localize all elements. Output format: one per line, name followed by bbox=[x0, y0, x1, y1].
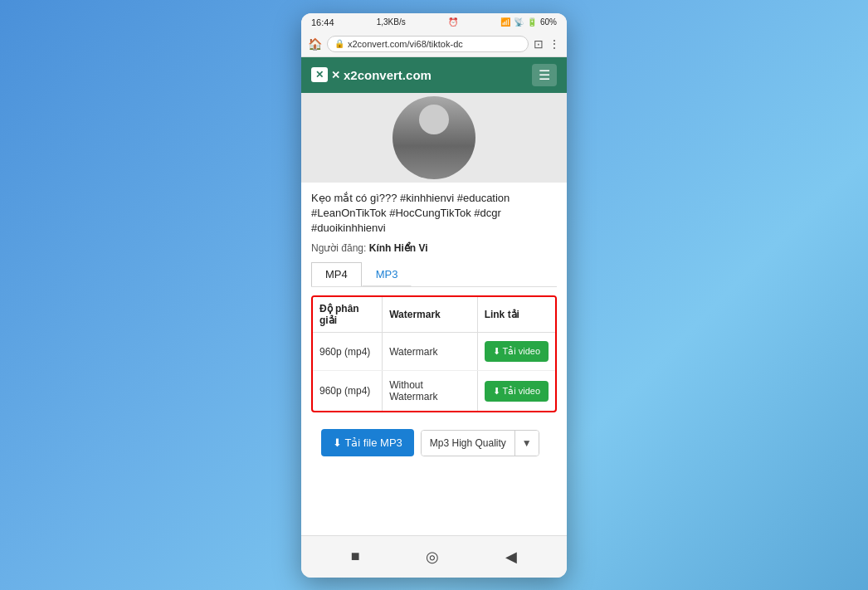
video-thumbnail-area bbox=[301, 93, 567, 183]
row1-resolution: 960p (mp4) bbox=[313, 333, 383, 371]
home-icon[interactable]: 🏠 bbox=[308, 37, 322, 51]
stop-button[interactable]: ■ bbox=[348, 544, 363, 568]
uploader-name: Kính Hiển Vi bbox=[369, 242, 428, 254]
status-time: 16:44 bbox=[311, 17, 334, 27]
download-table-wrapper: Độ phân giải Watermark Link tải 960p (mp… bbox=[311, 295, 557, 412]
table-row: 960p (mp4) Watermark ⬇ Tải video bbox=[313, 333, 555, 371]
battery-label: 60% bbox=[540, 17, 557, 27]
status-network-speed: 1,3KB/s bbox=[377, 17, 406, 27]
menu-icon[interactable]: ⋮ bbox=[549, 37, 560, 51]
phone-frame: 16:44 1,3KB/s ⏰ 📶 📡 🔋 60% 🏠 🔒 x2convert.… bbox=[301, 13, 567, 578]
browser-actions: ⊡ ⋮ bbox=[534, 37, 560, 51]
uploader-label: Người đăng: bbox=[311, 242, 366, 254]
status-bar: 16:44 1,3KB/s ⏰ 📶 📡 🔋 60% bbox=[301, 13, 567, 32]
col-header-resolution: Độ phân giải bbox=[313, 297, 383, 333]
alarm-icon: ⏰ bbox=[448, 17, 458, 27]
video-title: Kẹo mắt có gì??? #kinhhienvi #education … bbox=[311, 191, 557, 236]
col-header-link: Link tải bbox=[477, 297, 555, 333]
tab-mp3[interactable]: MP3 bbox=[362, 262, 412, 286]
logo-box-icon: ✕ bbox=[311, 67, 328, 82]
site-nav: ✕ ✕ x2convert.com ☰ bbox=[301, 57, 567, 93]
url-text: x2convert.com/vi68/tiktok-dc bbox=[348, 39, 463, 49]
home-button[interactable]: ◎ bbox=[422, 544, 442, 569]
extension-icon[interactable]: ⊡ bbox=[534, 37, 544, 51]
download-table: Độ phân giải Watermark Link tải 960p (mp… bbox=[313, 297, 555, 411]
mp3-download-button[interactable]: ⬇ Tải file MP3 bbox=[321, 429, 414, 456]
download-btn-1[interactable]: ⬇ Tải video bbox=[485, 341, 549, 362]
row2-link-cell: ⬇ Tải video bbox=[477, 371, 555, 412]
bottom-download-row: ⬇ Tải file MP3 Mp3 High Quality ▼ bbox=[311, 422, 557, 463]
quality-select-wrapper: Mp3 High Quality ▼ bbox=[421, 430, 539, 456]
tab-mp4[interactable]: MP4 bbox=[311, 262, 362, 286]
lock-icon: 🔒 bbox=[334, 39, 344, 48]
col-header-watermark: Watermark bbox=[383, 297, 477, 333]
signal-icon: 📶 bbox=[500, 17, 510, 27]
uploader-line: Người đăng: Kính Hiển Vi bbox=[311, 242, 557, 254]
row2-resolution: 960p (mp4) bbox=[313, 371, 383, 412]
bottom-nav: ■ ◎ ◀ bbox=[301, 535, 567, 578]
battery-icon: 🔋 bbox=[527, 17, 537, 27]
row1-link-cell: ⬇ Tải video bbox=[477, 333, 555, 371]
browser-bar: 🏠 🔒 x2convert.com/vi68/tiktok-dc ⊡ ⋮ bbox=[301, 32, 567, 57]
logo-x: ✕ bbox=[331, 69, 340, 81]
download-btn-2[interactable]: ⬇ Tải video bbox=[485, 381, 549, 402]
table-row: 960p (mp4) Without Watermark ⬇ Tải video bbox=[313, 371, 555, 412]
site-logo: ✕ ✕ x2convert.com bbox=[311, 67, 432, 82]
thumb-face bbox=[419, 105, 449, 134]
url-bar[interactable]: 🔒 x2convert.com/vi68/tiktok-dc bbox=[327, 36, 529, 52]
content-area: Kẹo mắt có gì??? #kinhhienvi #education … bbox=[301, 183, 567, 472]
row2-watermark: Without Watermark bbox=[383, 371, 477, 412]
back-button[interactable]: ◀ bbox=[502, 544, 520, 569]
tabs-row: MP4 MP3 bbox=[311, 262, 557, 287]
status-icons: 📶 📡 🔋 60% bbox=[500, 17, 557, 27]
quality-dropdown-arrow[interactable]: ▼ bbox=[514, 431, 539, 456]
wifi-icon: 📡 bbox=[514, 17, 524, 27]
quality-label: Mp3 High Quality bbox=[422, 431, 514, 456]
page-content: Kẹo mắt có gì??? #kinhhienvi #education … bbox=[301, 93, 567, 535]
brand-name: x2convert.com bbox=[344, 68, 432, 82]
row1-watermark: Watermark bbox=[383, 333, 477, 371]
hamburger-button[interactable]: ☰ bbox=[532, 64, 557, 86]
video-thumbnail bbox=[393, 96, 475, 179]
